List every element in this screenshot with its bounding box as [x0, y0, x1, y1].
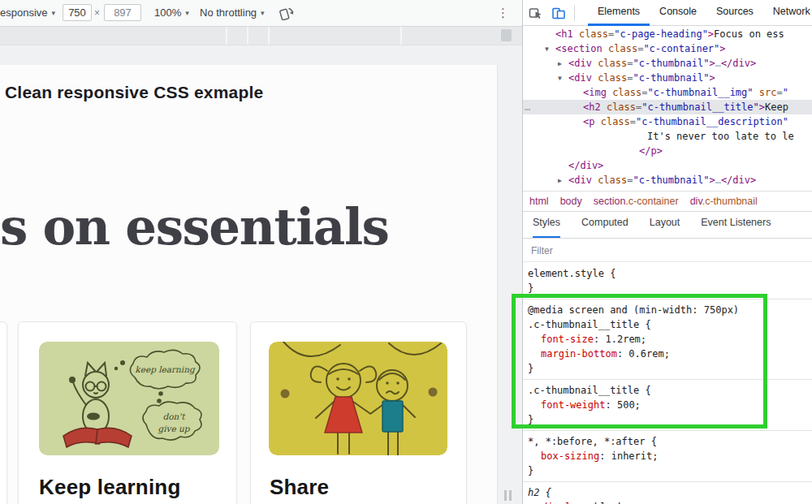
styles-tab-styles[interactable]: Styles — [533, 211, 560, 238]
breadcrumb: htmlbodysection.c-containerdiv.c-thumbna… — [523, 191, 812, 211]
styles-sidebar-tabs: StylesComputedLayoutEvent Listeners — [523, 211, 812, 239]
twisty-icon[interactable]: ▶ — [558, 174, 562, 188]
elements-tree: <h1 class="c-page-heading">Focus on ess▼… — [523, 27, 812, 191]
rule-close-brace: } — [528, 361, 807, 376]
tree-row[interactable]: ▼<section class="c-container"> — [523, 41, 812, 56]
tree-row[interactable]: </div> — [523, 158, 812, 173]
thumbnail-card-share: Share — [250, 321, 467, 504]
rule-selector[interactable]: *, *:before, *:after { — [528, 434, 807, 449]
style-rule: @media screen and (min-width: 750px).c-t… — [523, 299, 812, 380]
rule-close-brace: } — [528, 412, 807, 427]
css-declaration[interactable]: margin-bottom: 0.6rem; — [528, 347, 807, 361]
device-mode-pane: esponsive▾ × 100%▾ No throttling▾ ⋮ — [0, 0, 522, 504]
style-rule: element.style {} — [523, 263, 812, 299]
viewport-width-input[interactable] — [63, 4, 92, 21]
crumb-section[interactable]: section.c-container — [594, 196, 679, 207]
twisty-icon[interactable]: ▼ — [558, 71, 562, 86]
tree-row[interactable]: It's never too late to le — [523, 129, 812, 144]
thumbnail-card-keep-learning: keep learning don't give up Keep learnin… — [18, 321, 237, 504]
device-toolbar: esponsive▾ × 100%▾ No throttling▾ ⋮ — [0, 0, 522, 27]
scrollbar-grip[interactable] — [504, 490, 507, 501]
tree-row-selected[interactable]: …<h2 class="c-thumbnail__title">Keep — [523, 100, 812, 114]
zoom-level: 100% — [154, 6, 181, 19]
rotate-viewport-icon[interactable] — [279, 6, 294, 20]
scrollbar-grip[interactable] — [509, 490, 512, 501]
styles-tab-computed[interactable]: Computed — [581, 211, 628, 238]
thumbnail-card-partial — [0, 321, 7, 504]
tab-sources[interactable]: Sources — [706, 0, 763, 26]
rule-selector[interactable]: .c-thumbnail__title { — [528, 383, 807, 398]
toolbar-divider — [574, 5, 575, 21]
styles-tab-event-listeners[interactable]: Event Listeners — [701, 211, 771, 238]
throttling-label: No throttling — [200, 6, 257, 19]
styles-tab-layout[interactable]: Layout — [650, 211, 680, 238]
zoom-dropdown[interactable]: 100%▾ — [154, 0, 189, 26]
media-query-marker — [268, 27, 270, 45]
thought-bubble-text-1: keep learning — [135, 364, 196, 375]
tab-elements[interactable]: Elements — [588, 0, 650, 26]
crumb-div[interactable]: div.c-thumbnail — [690, 196, 758, 207]
inspect-element-icon[interactable] — [529, 6, 543, 20]
keep-learning-image: keep learning don't give up — [39, 342, 219, 455]
tree-row[interactable]: ▼<div class="c-thumbnail"> — [523, 71, 812, 85]
crumb-html[interactable]: html — [529, 196, 549, 207]
css-declaration[interactable]: font-size: 1.2rem; — [528, 332, 807, 347]
rule-selector[interactable]: .c-thumbnail__title { — [528, 317, 807, 332]
page-scrollbar-thumb[interactable] — [501, 29, 512, 41]
chevron-down-icon: ▾ — [261, 9, 265, 17]
rule-selector[interactable]: element.style { — [528, 266, 807, 281]
tree-row[interactable]: ▶<div class="c-thumbnail">…</div> — [523, 56, 812, 71]
thought-bubble-text-2b: give up — [158, 424, 190, 434]
card-title: Keep learning — [39, 475, 181, 500]
dimension-separator: × — [94, 0, 100, 26]
twisty-icon[interactable]: ▼ — [545, 42, 549, 57]
device-type-label: esponsive — [0, 6, 48, 19]
throttling-dropdown[interactable]: No throttling▾ — [200, 0, 265, 26]
device-toolbar-icon[interactable] — [551, 6, 566, 20]
viewport-height-input[interactable] — [104, 4, 141, 21]
css-declaration[interactable]: font-weight: 500; — [528, 398, 807, 412]
tree-row[interactable]: </p> — [523, 144, 812, 158]
twisty-icon[interactable]: ▶ — [558, 57, 562, 71]
tab-console[interactable]: Console — [650, 0, 706, 26]
chevron-down-icon: ▾ — [52, 9, 56, 17]
more-options-icon[interactable]: ⋮ — [497, 0, 509, 26]
media-query-marker — [226, 27, 227, 45]
css-declaration[interactable]: display: block; — [528, 500, 807, 504]
styles-rule-list: element.style {}@media screen and (min-w… — [523, 263, 812, 504]
tab-network[interactable]: Network — [763, 0, 812, 26]
screenshot-root: esponsive▾ × 100%▾ No throttling▾ ⋮ — [0, 0, 812, 504]
devtools-tabs: ElementsConsoleSourcesNetwork — [588, 0, 812, 26]
style-rule: .c-thumbnail__title {font-weight: 500;} — [523, 380, 812, 431]
rendered-page: Clean responsive CSS exmaple s on essent… — [0, 65, 498, 504]
more-actions-marker[interactable]: … — [525, 100, 530, 114]
media-query-text[interactable]: @media screen and (min-width: 750px) — [528, 303, 807, 317]
page-heading: s on essentials — [0, 198, 388, 256]
tree-row[interactable]: ▶<div class="c-thumbnail">…</div> — [523, 173, 812, 187]
site-heading: Clean responsive CSS exmaple — [5, 83, 263, 102]
tree-row[interactable]: <img class="c-thumbnail__img" src=" — [523, 85, 812, 100]
media-query-bar[interactable] — [0, 27, 522, 45]
card-title: Share — [270, 475, 329, 500]
styles-filter-input[interactable]: Filter — [523, 239, 812, 262]
css-declaration[interactable]: box-sizing: inherit; — [528, 449, 807, 463]
rule-close-brace: } — [528, 281, 807, 295]
devtools-pane: ElementsConsoleSourcesNetwork <h1 class=… — [522, 0, 812, 504]
device-type-dropdown[interactable]: esponsive▾ — [0, 0, 55, 26]
crumb-body[interactable]: body — [560, 196, 582, 207]
rule-selector[interactable]: h2 { — [528, 485, 807, 500]
tree-row[interactable]: <h1 class="c-page-heading">Focus on ess — [523, 27, 812, 41]
share-image — [269, 342, 447, 455]
tree-row[interactable]: <p class="c-thumbnail__description" — [523, 114, 812, 129]
chevron-down-icon: ▾ — [185, 9, 189, 17]
devtools-toolbar: ElementsConsoleSourcesNetwork — [523, 0, 812, 26]
rule-close-brace: } — [528, 463, 807, 478]
style-rule: h2 {display: block;} — [523, 482, 812, 504]
media-query-marker — [247, 27, 248, 45]
media-query-marker — [400, 27, 402, 45]
style-rule: *, *:before, *:after {box-sizing: inheri… — [523, 431, 812, 482]
thought-bubble-text-2a: don't — [163, 411, 187, 421]
